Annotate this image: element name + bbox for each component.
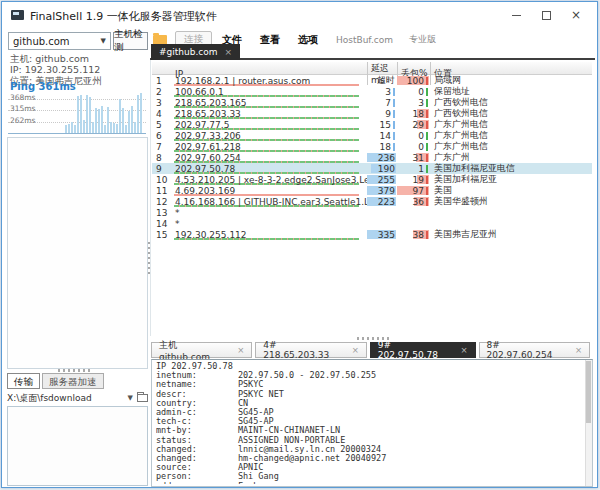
close-icon[interactable]: × [352, 345, 359, 355]
title-bar: FinalShell 1.9 一体化服务器管理软件 × [2, 2, 597, 28]
tab-transfer[interactable]: 传输 [7, 373, 40, 389]
host-info-host: 主机: github.com [10, 53, 102, 64]
row-latency [367, 207, 397, 218]
whois-scrollbar[interactable] [585, 360, 592, 486]
row-location: 广东广州电信 [430, 119, 592, 130]
row-ip: 202.97.61.218 [172, 141, 367, 152]
close-icon: × [571, 8, 581, 22]
table-row[interactable]: 3218.65.203.16573广西钦州电信 [152, 97, 592, 108]
row-location: 保留地址 [430, 86, 592, 97]
result-tab[interactable]: 9# 202.97.50.78× [370, 342, 476, 358]
row-location [430, 207, 592, 218]
result-tab-label: 9# 202.97.50.78 [378, 340, 454, 360]
hostbuf-link[interactable]: HostBuf.com [336, 35, 393, 45]
row-num: 8 [152, 152, 172, 163]
session-tabbar: #github.com × [150, 44, 595, 60]
table-row[interactable]: 104.53.210.205 | xe-8-3-2.edge2.SanJose3… [152, 174, 592, 185]
row-num: 13 [152, 207, 172, 218]
row-ip: 192.30.255.112 [172, 229, 367, 240]
table-row[interactable]: 1192.168.2.1 | router.asus.com超时100局域网 [152, 75, 592, 86]
table-row[interactable]: 4218.65.203.33918广西钦州电信 [152, 108, 592, 119]
row-loss: 1 [397, 163, 430, 174]
row-ip: 202.97.33.206 [172, 130, 367, 141]
row-location: 广西钦州电信 [430, 97, 592, 108]
close-icon[interactable]: × [237, 345, 244, 355]
row-num: 15 [152, 229, 172, 240]
row-latency: 7 [367, 97, 397, 108]
transfer-file-list[interactable] [7, 406, 148, 486]
row-ip: 202.97.77.5 [172, 119, 367, 130]
table-row[interactable]: 5202.97.77.51529广东广州电信 [152, 119, 592, 130]
result-tab[interactable]: 主机 github.com× [151, 342, 252, 358]
chevron-down-icon[interactable]: ▼ [128, 394, 133, 402]
window-title: FinalShell 1.9 一体化服务器管理软件 [30, 9, 217, 24]
row-latency: 超时 [367, 75, 397, 86]
table-row[interactable]: 124.16.168.166 | GITHUB-INC.ear3.Seattle… [152, 196, 592, 207]
chart-ytick: 315ms [10, 104, 36, 113]
row-loss: 19 [397, 174, 430, 185]
row-loss: 36 [397, 196, 430, 207]
result-tab[interactable]: 4# 218.65.203.33× [255, 342, 366, 358]
whois-panel: IP 202.97.50.78inetnum: 202.97.50.0 - 20… [151, 359, 593, 487]
row-location: 美国 [430, 185, 592, 196]
row-loss: 0 [397, 130, 430, 141]
table-row[interactable]: 114.69.203.16937997美国 [152, 185, 592, 196]
table-row[interactable]: 6202.97.33.206140广东广州电信 [152, 130, 592, 141]
download-path-row[interactable]: X:\桌面\fsdownload ▼ [7, 391, 148, 405]
table-row[interactable]: 15192.30.255.11233538美国弗吉尼亚州 [152, 229, 592, 240]
table-row[interactable]: 7202.97.61.218180广东广州电信 [152, 141, 592, 152]
panel-divider [150, 60, 151, 336]
host-info-ip: IP: 192.30.255.112 [10, 64, 102, 75]
table-row[interactable]: 2100.66.0.130保留地址 [152, 86, 592, 97]
app-window: FinalShell 1.9 一体化服务器管理软件 × github.com ▼… [1, 1, 598, 488]
session-tab-label: #github.com [159, 47, 218, 57]
result-tab[interactable]: 8# 202.97.60.254× [479, 342, 590, 358]
maximize-icon [542, 11, 551, 20]
tab-server-accel[interactable]: 服务器加速 [42, 373, 104, 389]
row-loss: 0 [397, 141, 430, 152]
row-ip: * [172, 207, 367, 218]
row-num: 10 [152, 174, 172, 185]
session-tab-github[interactable]: #github.com × [151, 44, 240, 60]
table-row[interactable]: 8202.97.60.25423631广东广州 [152, 152, 592, 163]
row-ip: 202.97.50.78 [172, 163, 367, 174]
chart-ytick: 368ms [10, 93, 36, 102]
chevron-down-icon: ▼ [101, 37, 106, 45]
close-button[interactable]: × [561, 2, 591, 28]
table-row[interactable]: 13* [152, 207, 592, 218]
whois-scrollbar-thumb[interactable] [586, 361, 591, 423]
row-ip: 4.69.203.169 [172, 185, 367, 196]
row-ip: 218.65.203.33 [172, 108, 367, 119]
row-location: 广东广州电信 [430, 130, 592, 141]
trace-table-header[interactable]: IP 延迟ms 丢包% 位置 [152, 62, 592, 75]
table-row[interactable]: 14* [152, 218, 592, 229]
row-location: 广东广州电信 [430, 141, 592, 152]
row-location: 广西钦州电信 [430, 108, 592, 119]
maximize-button[interactable] [531, 2, 561, 28]
close-icon[interactable]: × [460, 345, 467, 355]
row-loss: 100 [397, 75, 430, 86]
row-num: 4 [152, 108, 172, 119]
close-icon[interactable]: × [225, 47, 233, 57]
row-latency [367, 218, 397, 229]
row-ip: 218.65.203.165 [172, 97, 367, 108]
download-path: X:\桌面\fsdownload [7, 392, 92, 405]
connections-folder-icon[interactable] [153, 35, 167, 45]
row-loss [397, 218, 430, 229]
host-check-button[interactable]: 主机检测 [113, 32, 148, 50]
row-num: 7 [152, 141, 172, 152]
whois-text: IP 202.97.50.78inetnum: 202.97.50.0 - 20… [156, 362, 582, 484]
host-combobox-value: github.com [13, 36, 70, 47]
minimize-button[interactable] [501, 2, 531, 28]
table-row[interactable]: 9202.97.50.781901美国加利福尼亚电信 [152, 163, 592, 174]
left-splitter-handle[interactable] [58, 369, 92, 372]
row-latency: 18 [367, 141, 397, 152]
close-icon[interactable]: × [575, 345, 582, 355]
row-num: 3 [152, 97, 172, 108]
open-folder-icon[interactable] [137, 394, 148, 402]
trace-table-body: 1192.168.2.1 | router.asus.com超时100局域网21… [152, 75, 592, 240]
host-combobox[interactable]: github.com ▼ [8, 32, 111, 50]
row-ip: 4.53.210.205 | xe-8-3-2.edge2.SanJose3.L… [172, 174, 367, 185]
row-latency: 15 [367, 119, 397, 130]
row-latency: 236 [367, 152, 397, 163]
